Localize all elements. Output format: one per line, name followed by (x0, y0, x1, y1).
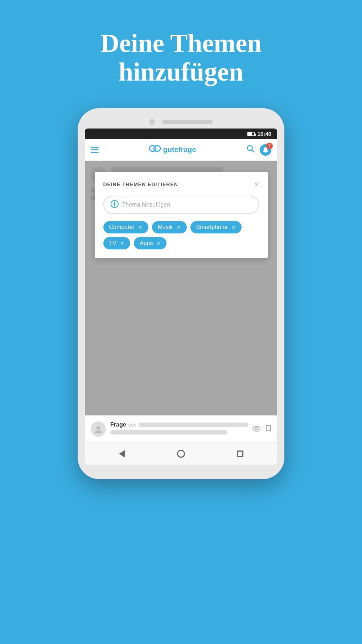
topic-input-placeholder: Thema hinzufügen (122, 201, 170, 208)
svg-point-1 (154, 146, 160, 151)
tag-tv-remove[interactable]: ✕ (120, 241, 124, 246)
search-button[interactable] (247, 145, 255, 155)
eye-icon[interactable] (252, 425, 260, 433)
home-circle-icon (177, 450, 185, 458)
add-topic-icon (111, 200, 119, 209)
modal-close-button[interactable]: × (254, 180, 259, 188)
phone-bottom-nav (85, 443, 277, 465)
svg-point-10 (95, 431, 102, 433)
post-info: Frage von (110, 421, 248, 437)
tag-tv[interactable]: TV ✕ (103, 237, 130, 249)
hamburger-menu-button[interactable] (91, 147, 99, 153)
recents-button[interactable] (234, 448, 246, 460)
recents-square-icon (237, 451, 243, 457)
svg-line-3 (252, 150, 254, 152)
tag-computer-label: Computer (109, 224, 135, 231)
tag-apps-remove[interactable]: ✕ (156, 241, 161, 246)
tag-musik[interactable]: Musik ✕ (152, 221, 187, 233)
tag-computer-remove[interactable]: ✕ (138, 225, 143, 230)
avatar (91, 421, 106, 437)
svg-point-9 (96, 426, 100, 430)
post-title-line (110, 430, 227, 435)
app-bar-actions: 7 (247, 144, 271, 156)
bookmark-icon[interactable] (266, 425, 271, 434)
tag-tv-label: TV (109, 240, 116, 246)
modal-title: DEINE THEMEN EDITIEREN (103, 182, 178, 187)
phone-screen: 10:40 gutefrage (85, 129, 277, 465)
battery-icon (247, 132, 255, 136)
post-by-text: von (128, 422, 137, 428)
topic-input-field[interactable]: Thema hinzufügen (103, 196, 259, 214)
tag-smartphone-label: Smartphone (196, 224, 228, 231)
phone-mockup: 10:40 gutefrage (78, 108, 284, 479)
tag-musik-remove[interactable]: ✕ (177, 225, 181, 230)
tags-area: Computer ✕ Musik ✕ Smartphone ✕ (103, 221, 259, 249)
post-card: Frage von (85, 415, 277, 443)
back-button[interactable] (116, 448, 128, 460)
page-title: Deine Themen hinzufügen (100, 29, 262, 86)
app-bar: gutefrage (85, 139, 277, 161)
status-time: 10:40 (258, 131, 271, 137)
home-button[interactable] (175, 448, 187, 460)
hamburger-line-3 (91, 152, 99, 153)
screen-content: DEINE THEMEN EDITIEREN × (85, 161, 277, 415)
notification-button[interactable]: 7 (260, 144, 271, 156)
post-title-row: Frage von (110, 421, 248, 428)
app-logo-text: gutefrage (163, 146, 196, 154)
tag-smartphone-remove[interactable]: ✕ (231, 225, 236, 230)
tag-musik-label: Musik (158, 224, 173, 231)
phone-top (85, 115, 277, 129)
svg-point-11 (253, 426, 260, 431)
tag-computer[interactable]: Computer ✕ (103, 221, 148, 233)
notification-badge: 7 (266, 143, 273, 149)
back-triangle-icon (119, 450, 125, 457)
phone-bottom (85, 465, 277, 472)
post-row: Frage von (91, 421, 271, 437)
modal-header: DEINE THEMEN EDITIEREN × (103, 180, 259, 188)
svg-point-12 (255, 428, 258, 430)
logo-icon (149, 143, 161, 156)
page-background: Deine Themen hinzufügen 10:40 (0, 0, 362, 644)
post-label: Frage (110, 421, 126, 428)
hamburger-line-1 (91, 147, 99, 148)
tag-apps[interactable]: Apps ✕ (134, 237, 166, 249)
phone-speaker (162, 120, 213, 124)
app-logo: gutefrage (149, 143, 196, 156)
modal-overlay: DEINE THEMEN EDITIEREN × (85, 161, 277, 415)
phone-camera (149, 119, 155, 125)
edit-topics-modal: DEINE THEMEN EDITIEREN × (95, 172, 268, 258)
hamburger-line-2 (91, 149, 99, 150)
post-actions (252, 425, 271, 434)
tag-apps-label: Apps (140, 240, 153, 246)
tag-smartphone[interactable]: Smartphone ✕ (190, 221, 242, 233)
status-bar: 10:40 (85, 129, 277, 139)
svg-point-5 (265, 152, 266, 153)
